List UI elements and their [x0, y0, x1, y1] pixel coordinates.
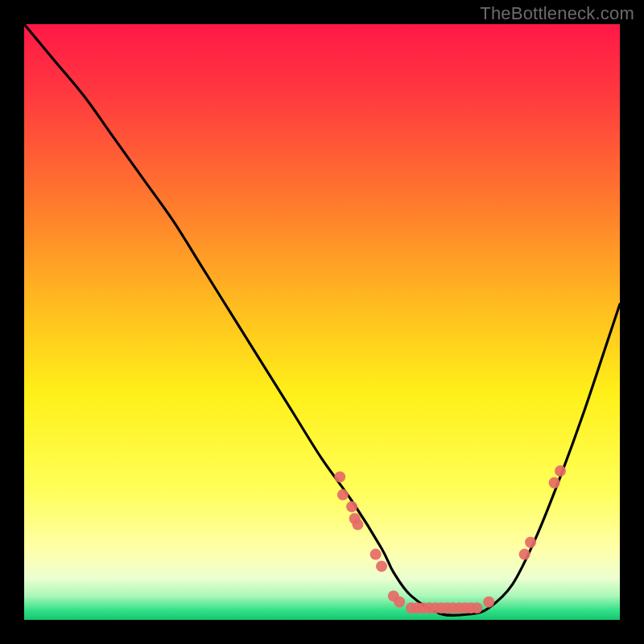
- data-point: [370, 549, 382, 560]
- data-point: [334, 471, 345, 482]
- data-point: [483, 597, 494, 608]
- data-point: [549, 477, 560, 489]
- data-point: [352, 519, 363, 530]
- data-point: [376, 560, 387, 572]
- chart-plot: [24, 24, 620, 620]
- chart-svg: [24, 24, 620, 620]
- svg-rect-0: [24, 24, 620, 620]
- data-point: [555, 465, 566, 477]
- chart-frame: TheBottleneck.com: [0, 0, 644, 644]
- data-point: [346, 501, 357, 512]
- data-point: [337, 489, 349, 501]
- data-point: [394, 597, 405, 608]
- data-point: [519, 549, 530, 560]
- watermark-text: TheBottleneck.com: [480, 3, 634, 24]
- data-point: [471, 602, 482, 613]
- data-point: [525, 537, 536, 548]
